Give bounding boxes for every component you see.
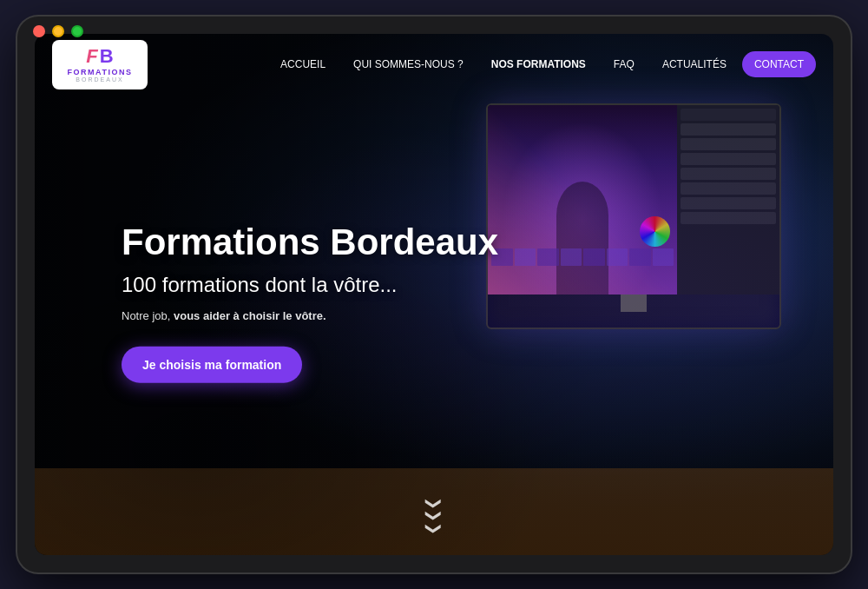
logo-brand-name: FORMATIONS (68, 68, 133, 76)
color-wheel (640, 216, 670, 247)
panel-row (681, 123, 776, 136)
monitor-stand (621, 294, 647, 312)
nav-accueil[interactable]: ACCUEIL (268, 51, 338, 77)
chevron-down-icon-3: ❯ (428, 521, 440, 534)
monitor-display (486, 103, 781, 329)
hero-desc-bold: vous aider à choisir le vôtre. (174, 309, 326, 322)
nav-links: ACCUEIL QUI SOMMES-NOUS ? NOS FORMATIONS… (268, 51, 816, 77)
film-frame (607, 248, 628, 266)
hero-description: Notre job, vous aider à choisir le vôtre… (122, 309, 498, 322)
panel-row (681, 138, 776, 150)
logo-city: BORDEAUX (76, 76, 123, 83)
panel-row (681, 168, 776, 180)
nav-faq[interactable]: FAQ (602, 51, 647, 77)
chevron-down-icon-2: ❯ (428, 509, 440, 522)
filmstrip (488, 248, 677, 266)
film-frame (561, 248, 582, 266)
device-frame: F B FORMATIONS BORDEAUX ACCUEIL QUI SOMM… (17, 17, 851, 572)
nav-qui-sommes-nous[interactable]: QUI SOMMES-NOUS ? (341, 51, 476, 77)
hero-title: Formations Bordeaux (122, 222, 498, 262)
logo[interactable]: F B FORMATIONS BORDEAUX (52, 40, 148, 89)
chevron-down-icon: ❯ (428, 497, 440, 510)
logo-f-letter: F (86, 47, 97, 66)
nav-contact[interactable]: CONTACT (742, 51, 816, 77)
film-frame (537, 248, 559, 266)
film-frame (515, 248, 536, 266)
hero-content: Formations Bordeaux 100 formations dont … (122, 222, 498, 383)
logo-icon: F B (86, 47, 113, 66)
film-frame (653, 248, 674, 266)
panel-row (681, 109, 776, 121)
figure-on-screen (556, 182, 608, 294)
navbar: F B FORMATIONS BORDEAUX ACCUEIL QUI SOMM… (35, 34, 833, 95)
nav-actualites[interactable]: ACTUALITÉS (650, 51, 739, 77)
logo-b-letter: B (100, 47, 114, 66)
film-frame (629, 248, 651, 266)
nav-nos-formations[interactable]: NOS FORMATIONS (479, 51, 598, 77)
monitor-left-panel (488, 105, 677, 294)
hero-subtitle: 100 formations dont la vôtre... (122, 273, 498, 297)
panel-row (681, 197, 776, 209)
panel-row (681, 182, 776, 195)
panel-row (681, 212, 776, 224)
monitor-screen (488, 105, 779, 294)
hero-desc-normal: Notre job, (122, 309, 174, 322)
monitor-right-panel (677, 105, 779, 294)
cta-button[interactable]: Je choisis ma formation (122, 347, 302, 383)
browser-window: F B FORMATIONS BORDEAUX ACCUEIL QUI SOMM… (35, 34, 833, 555)
film-frame (583, 248, 605, 266)
scroll-indicator: ❯ ❯ ❯ (428, 497, 441, 534)
panel-row (681, 153, 776, 165)
